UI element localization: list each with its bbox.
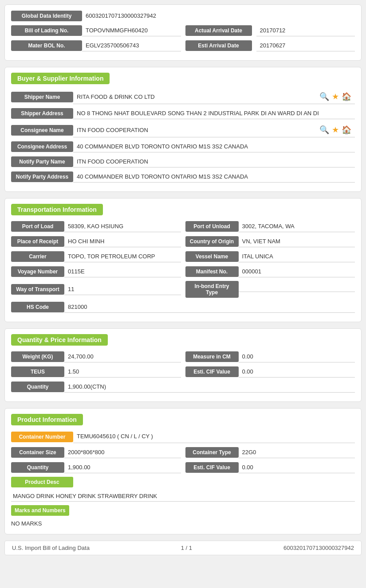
container-number-value: TEMU6045610 ( CN / L / CY ) <box>73 431 355 443</box>
container-type-value: 22G0 <box>239 447 355 458</box>
esti-cif-value: 0.00 <box>239 366 355 378</box>
quantity-value: 1,900.00(CTN) <box>64 381 355 393</box>
manifest-no-value: 000001 <box>239 266 355 277</box>
container-size-value: 2000*806*800 <box>64 447 181 458</box>
shipper-address-value: NO 8 THONG NHAT BOULEVARD SONG THAN 2 IN… <box>73 108 355 119</box>
product-desc-row: Product Desc <box>11 477 355 487</box>
carrier-vessel-row: Carrier TOPO, TOR PETROLEUM CORP Vessel … <box>11 251 355 262</box>
shipper-address-label: Shipper Address <box>11 108 73 119</box>
product-card: Product Information Container Number TEM… <box>4 408 362 534</box>
footer-center: 1 / 1 <box>181 545 192 551</box>
consignee-address-value: 40 COMMANDER BLVD TORONTO ONTARIO M1S 3S… <box>73 141 355 152</box>
teus-value: 1.50 <box>64 366 181 378</box>
shipper-address-row: Shipper Address NO 8 THONG NHAT BOULEVAR… <box>11 108 355 119</box>
marks-label: Marks and Numbers <box>11 505 69 516</box>
consignee-home-icon[interactable]: 🏠 <box>342 125 351 135</box>
marks-value: NO MARKS <box>11 518 355 529</box>
weight-measure-row: Weight (KG) 24,700.00 Measure in CM 0.00 <box>11 351 355 362</box>
shipper-name-field: RITA FOOD & DRINK CO LTD 🔍 ★ 🏠 <box>73 90 355 104</box>
consignee-search-icon[interactable]: 🔍 <box>319 125 329 135</box>
esti-arrival-label: Esti Arrival Date <box>185 40 252 51</box>
product-desc-value: MANGO DRINK HONEY DRINK STRAWBERRY DRINK <box>11 491 355 502</box>
footer-left: U.S. Import Bill of Lading Data <box>12 545 90 551</box>
shipper-star-icon[interactable]: ★ <box>332 92 339 101</box>
global-identity-label: Global Data Identity <box>11 11 82 21</box>
bol-label: Bill of Lading No. <box>11 25 82 36</box>
shipper-search-icon[interactable]: 🔍 <box>319 92 329 101</box>
way-of-transport-group: Way of Transport 11 <box>11 281 181 298</box>
measure-value: 0.00 <box>239 351 355 362</box>
actual-arrival-value: 20170712 <box>256 25 355 36</box>
container-size-label: Container Size <box>11 447 64 458</box>
identity-card: Global Data Identity 6003201707130000327… <box>4 4 362 61</box>
consignee-name-field: ITN FOOD COOPERATION 🔍 ★ 🏠 <box>73 123 355 137</box>
notify-party-address-value: 40 COMMANDER BLVD TORONTO ONTARIO M1S 3S… <box>73 171 355 183</box>
receipt-origin-row: Place of Receipt HO CHI MINH Country of … <box>11 236 355 247</box>
transport-inbond-row: Way of Transport 11 In-bond Entry Type <box>11 281 355 298</box>
vessel-name-value: ITAL UNICA <box>239 251 355 262</box>
product-header: Product Information <box>11 414 83 425</box>
mater-bol-row: Mater BOL No. EGLV235700506743 Esti Arri… <box>11 40 355 51</box>
marks-label-wrapper: Marks and Numbers <box>11 505 355 518</box>
carrier-group: Carrier TOPO, TOR PETROLEUM CORP <box>11 251 181 262</box>
shipper-home-icon[interactable]: 🏠 <box>342 92 351 101</box>
mater-bol-label: Mater BOL No. <box>11 40 82 51</box>
esti-cif-group: Esti. CIF Value 0.00 <box>185 366 355 378</box>
country-of-origin-value: VN, VIET NAM <box>239 236 355 247</box>
consignee-name-row: Consignee Name ITN FOOD COOPERATION 🔍 ★ … <box>11 123 355 137</box>
container-size-type-row: Container Size 2000*806*800 Container Ty… <box>11 447 355 458</box>
inbond-entry-label: In-bond Entry Type <box>185 281 239 298</box>
product-quantity-group: Quantity 1,900.00 <box>11 462 181 473</box>
country-of-origin-label: Country of Origin <box>185 236 239 247</box>
consignee-star-icon[interactable]: ★ <box>332 125 339 135</box>
hs-code-row: HS Code 821000 <box>11 301 355 313</box>
global-identity-value: 60032017071300003279​42 <box>82 10 355 21</box>
global-identity-row: Global Data Identity 6003201707130000327… <box>11 10 355 21</box>
notify-party-name-row: Notify Party Name ITN FOOD COOPERATION <box>11 156 355 167</box>
shipper-name-row: Shipper Name RITA FOOD & DRINK CO LTD 🔍 … <box>11 90 355 104</box>
carrier-label: Carrier <box>11 251 64 262</box>
notify-party-address-row: Notify Party Address 40 COMMANDER BLVD T… <box>11 171 355 183</box>
container-size-group: Container Size 2000*806*800 <box>11 447 181 458</box>
weight-group: Weight (KG) 24,700.00 <box>11 351 181 362</box>
bol-row: Bill of Lading No. TOPOVNMMGFH60420 Actu… <box>11 25 355 36</box>
consignee-address-label: Consignee Address <box>11 141 73 152</box>
hs-code-value: 821000 <box>64 301 355 313</box>
teus-cif-row: TEUS 1.50 Esti. CIF Value 0.00 <box>11 366 355 378</box>
notify-party-name-value: ITN FOOD COOPERATION <box>73 156 355 167</box>
consignee-icons: 🔍 ★ 🏠 <box>319 125 351 135</box>
port-of-unload-group: Port of Unload 3002, TACOMA, WA <box>185 221 355 232</box>
port-of-load-value: 58309, KAO HSIUNG <box>64 221 181 232</box>
port-row: Port of Load 58309, KAO HSIUNG Port of U… <box>11 221 355 232</box>
teus-label: TEUS <box>11 366 64 377</box>
product-desc-label: Product Desc <box>11 477 73 487</box>
quantity-price-header: Quantity & Price Information <box>11 334 108 346</box>
inbond-entry-value <box>239 287 355 292</box>
container-number-row: Container Number TEMU6045610 ( CN / L / … <box>11 431 355 443</box>
port-of-unload-label: Port of Unload <box>185 221 239 232</box>
vessel-name-group: Vessel Name ITAL UNICA <box>185 251 355 262</box>
esti-arrival-value: 20170627 <box>256 40 355 51</box>
bol-value: TOPOVNMMGFH60420 <box>82 25 181 36</box>
place-of-receipt-label: Place of Receipt <box>11 236 64 247</box>
quantity-price-card: Quantity & Price Information Weight (KG)… <box>4 328 362 402</box>
footer-right: 60032017071300003279​42 <box>283 545 354 551</box>
measure-label: Measure in CM <box>185 351 239 362</box>
port-of-load-group: Port of Load 58309, KAO HSIUNG <box>11 221 181 232</box>
consignee-name-label: Consignee Name <box>11 125 73 136</box>
port-of-load-label: Port of Load <box>11 221 64 232</box>
voyage-number-label: Voyage Number <box>11 266 64 277</box>
container-number-label: Container Number <box>11 432 73 442</box>
notify-party-address-label: Notify Party Address <box>11 171 73 182</box>
shipper-name-value: RITA FOOD & DRINK CO LTD <box>77 93 316 100</box>
country-of-origin-group: Country of Origin VN, VIET NAM <box>185 236 355 247</box>
port-of-unload-value: 3002, TACOMA, WA <box>239 221 355 232</box>
consignee-address-row: Consignee Address 40 COMMANDER BLVD TORO… <box>11 141 355 152</box>
product-esti-cif-value: 0.00 <box>239 462 355 473</box>
buyer-supplier-card: Buyer & Supplier Information Shipper Nam… <box>4 67 362 192</box>
container-type-label: Container Type <box>185 447 239 458</box>
shipper-icons: 🔍 ★ 🏠 <box>319 92 351 101</box>
quantity-label: Quantity <box>11 382 64 392</box>
way-of-transport-label: Way of Transport <box>11 284 64 295</box>
esti-cif-label: Esti. CIF Value <box>185 366 239 377</box>
